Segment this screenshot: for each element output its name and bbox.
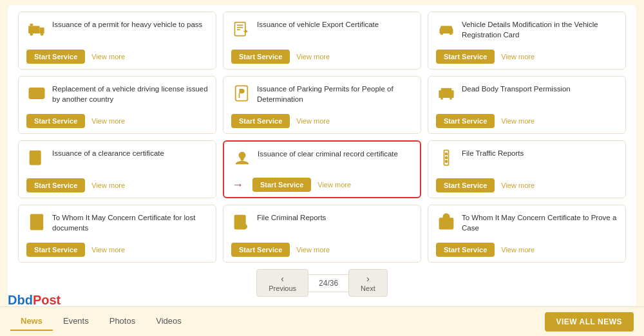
start-service-button[interactable]: Start Service (436, 178, 495, 192)
pagination-count: 24/36 (308, 274, 348, 292)
view-more-link[interactable]: View more (501, 53, 535, 61)
start-service-button[interactable]: Start Service (231, 243, 290, 257)
service-title: Issuance of a permit for heavy vehicle t… (52, 19, 202, 30)
svg-point-12 (32, 91, 35, 95)
service-icon-criminal (232, 148, 252, 169)
view-more-link[interactable]: View more (501, 117, 535, 125)
service-icon-car (436, 19, 457, 39)
footer-tab-news[interactable]: News (10, 312, 53, 331)
service-card-top: File Criminal Reports (231, 212, 413, 238)
service-title: Dead Body Transport Permission (462, 83, 571, 95)
service-grid: Issuance of a permit for heavy vehicle t… (18, 12, 626, 263)
post-text: Post (33, 293, 61, 307)
next-button[interactable]: › Next (348, 269, 388, 297)
start-service-button[interactable]: Start Service (26, 50, 85, 64)
service-icon-export (231, 19, 252, 39)
service-icon-document (26, 212, 47, 232)
footer-tab-photos[interactable]: Photos (99, 312, 146, 331)
view-more-link[interactable]: View more (91, 117, 125, 125)
view-more-link[interactable]: View more (91, 53, 125, 61)
start-service-button[interactable]: Start Service (231, 114, 290, 128)
service-icon-parking (231, 83, 252, 104)
main-content: Issuance of a permit for heavy vehicle t… (8, 5, 636, 306)
service-title: Vehicle Details Modification in the Vehi… (462, 19, 618, 40)
service-card-3: Vehicle Details Modification in the Vehi… (428, 12, 626, 70)
service-card-10: To Whom It May Concern Certificate for l… (18, 205, 216, 263)
svg-point-20 (450, 97, 452, 100)
view-more-link[interactable]: View more (296, 246, 330, 254)
service-icon-transport (436, 83, 457, 104)
service-card-9: File Traffic ReportsStart ServiceView mo… (428, 140, 626, 198)
start-service-button[interactable]: Start Service (436, 50, 495, 64)
service-card-top: Issuance of a permit for heavy vehicle t… (26, 19, 208, 44)
svg-rect-17 (439, 90, 453, 98)
view-all-news-button[interactable]: VIEW ALL NEWS (545, 312, 634, 331)
svg-point-19 (440, 97, 443, 100)
svg-point-25 (241, 158, 243, 160)
service-card-8: Issuance of clear criminal record certif… (223, 140, 421, 198)
service-card-top: Issuance of a clearance certificate (26, 147, 208, 173)
dbd-logo: DbdPost (8, 294, 61, 306)
view-more-link[interactable]: View more (501, 182, 535, 189)
service-card-actions: Start ServiceView more (231, 50, 413, 64)
svg-marker-1 (40, 28, 44, 33)
start-service-button[interactable]: Start Service (436, 114, 495, 128)
svg-point-10 (450, 32, 453, 35)
prev-arrow-icon: ‹ (281, 274, 284, 284)
svg-point-2 (30, 33, 33, 36)
service-card-top: Issuance of clear criminal record certif… (232, 148, 412, 173)
service-card-actions: Start ServiceView more (436, 114, 618, 128)
service-card-top: Vehicle Details Modification in the Vehi… (436, 19, 618, 44)
service-card-actions: Start ServiceView more (436, 50, 618, 64)
next-arrow-icon: › (366, 274, 370, 284)
service-icon-traffic (436, 147, 457, 168)
service-card-top: To Whom It May Concern Certificate for l… (26, 212, 208, 238)
start-service-button[interactable]: Start Service (436, 243, 495, 257)
view-more-link[interactable]: View more (91, 182, 125, 189)
svg-rect-4 (30, 24, 33, 26)
footer-tab-videos[interactable]: Videos (146, 312, 192, 331)
service-card-actions: Start ServiceView more (231, 243, 413, 257)
start-service-button[interactable]: Start Service (252, 178, 311, 192)
service-card-top: Dead Body Transport Permission (436, 83, 618, 109)
footer-tab-events[interactable]: Events (53, 312, 99, 331)
start-service-button[interactable]: Start Service (26, 243, 85, 257)
start-service-button[interactable]: Start Service (231, 50, 290, 64)
pagination: ‹ Previous 24/36 › Next (18, 269, 626, 297)
service-card-4: Replacement of a vehicle driving license… (18, 76, 216, 134)
svg-point-9 (440, 32, 444, 35)
service-card-top: To Whom It May Concern Certificate to Pr… (436, 212, 618, 238)
service-icon-clearance (26, 147, 47, 168)
service-card-actions: Start ServiceView more (231, 114, 413, 128)
service-card-top: Replacement of a vehicle driving license… (26, 83, 208, 109)
service-card-actions: Start ServiceView more (26, 178, 208, 192)
service-card-actions: Start ServiceView more (26, 114, 208, 128)
service-card-top: Issuance of Parking Permits for People o… (231, 83, 413, 109)
service-card-actions: →Start ServiceView more (232, 178, 412, 192)
service-card-1: Issuance of a permit for heavy vehicle t… (18, 12, 216, 70)
view-more-link[interactable]: View more (317, 181, 351, 189)
service-card-11: File Criminal ReportsStart ServiceView m… (223, 205, 421, 263)
service-title: Issuance of Parking Permits for People o… (257, 83, 413, 104)
service-icon-report (231, 212, 252, 232)
start-service-button[interactable]: Start Service (26, 114, 85, 128)
svg-point-3 (41, 33, 44, 36)
svg-point-27 (445, 153, 448, 156)
service-card-6: Dead Body Transport PermissionStart Serv… (428, 76, 626, 134)
service-card-top: Issuance of vehicle Export Certificate (231, 19, 413, 44)
previous-button[interactable]: ‹ Previous (256, 269, 308, 297)
view-more-link[interactable]: View more (296, 53, 330, 61)
service-card-top: File Traffic Reports (436, 147, 618, 173)
service-title: Issuance of clear criminal record certif… (258, 148, 398, 160)
view-more-link[interactable]: View more (296, 117, 330, 125)
service-card-actions: Start ServiceView more (436, 178, 618, 192)
dbd-text: Dbd (8, 293, 33, 307)
view-more-link[interactable]: View more (91, 246, 125, 254)
service-card-2: Issuance of vehicle Export CertificateSt… (223, 12, 421, 70)
service-icon-truck (26, 19, 47, 39)
start-service-button[interactable]: Start Service (26, 178, 85, 192)
service-title: To Whom It May Concern Certificate for l… (52, 212, 208, 233)
service-title: File Criminal Reports (257, 212, 326, 223)
view-more-link[interactable]: View more (501, 246, 535, 254)
service-icon-case (436, 212, 457, 232)
